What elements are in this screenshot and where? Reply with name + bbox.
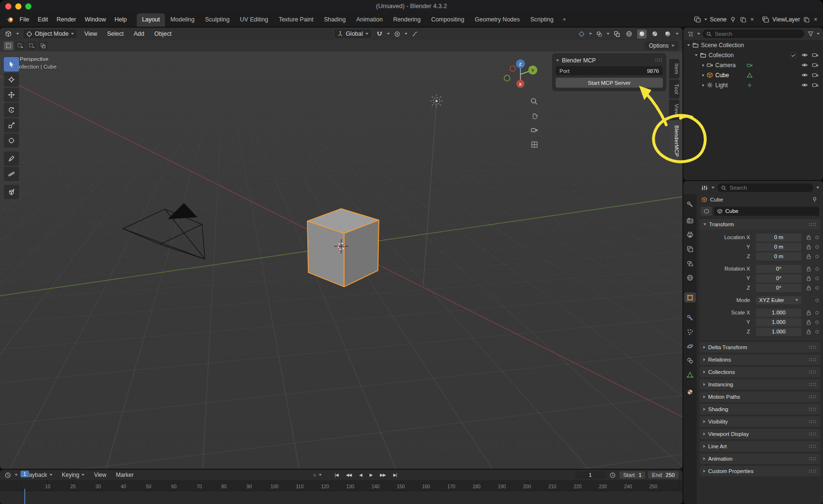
auto-key-chevron-icon[interactable] [319, 474, 322, 476]
workspace-tab-compositing[interactable]: Compositing [426, 13, 469, 27]
panel-grip-icon[interactable] [809, 433, 816, 436]
mesh-data-icon[interactable] [747, 72, 752, 78]
remove-viewlayer-button[interactable]: × [813, 16, 818, 23]
start-frame-field[interactable]: Start 1 [620, 471, 646, 479]
workspace-tab-animation[interactable]: Animation [351, 13, 388, 27]
annotate-tool[interactable] [4, 151, 19, 166]
animate-dot-icon[interactable] [815, 321, 819, 324]
disable-in-render-icon[interactable] [812, 82, 818, 88]
panel-grip-icon[interactable] [809, 408, 816, 411]
pan-view-icon[interactable] [528, 110, 540, 122]
cube-object[interactable] [307, 209, 379, 287]
panel-header[interactable]: Line Art [700, 441, 820, 452]
viewport-canvas[interactable]: User Perspective (1) Collection | Cube [0, 51, 682, 469]
panel-grip-icon[interactable] [809, 371, 816, 374]
scale-y-field[interactable]: 1.000 [756, 318, 802, 326]
browse-object-button[interactable] [701, 207, 712, 216]
properties-search[interactable] [717, 183, 813, 192]
workspace-tab-shading[interactable]: Shading [319, 13, 351, 27]
next-keyframe-button[interactable]: ▶▶ [377, 472, 388, 478]
properties-filter-chevron-icon[interactable] [816, 187, 819, 189]
start-mcp-server-button[interactable]: Start MCP Server [556, 78, 663, 88]
select-box-tool[interactable] [4, 57, 19, 71]
show-overlays-icon[interactable] [595, 30, 603, 38]
tab-material[interactable] [684, 387, 696, 397]
workspace-tab-uv-editing[interactable]: UV Editing [235, 13, 274, 27]
rotation-z-field[interactable]: 0° [756, 284, 802, 292]
camera-object[interactable] [123, 203, 205, 259]
location-x-field[interactable]: 0 m [756, 233, 802, 242]
properties-editor-type-icon[interactable] [701, 184, 709, 192]
workspace-tab-scripting[interactable]: Scripting [525, 13, 559, 27]
panel-grip-icon[interactable] [809, 395, 816, 399]
expand-icon[interactable] [695, 54, 698, 56]
panel-grip-icon[interactable] [809, 470, 816, 473]
editor-type-chevron-icon[interactable] [16, 33, 19, 35]
menu-render[interactable]: Render [52, 15, 81, 24]
workspace-tab-modeling[interactable]: Modeling [165, 13, 200, 27]
exclude-checkbox[interactable] [791, 52, 796, 58]
port-field[interactable]: Port 9876 [556, 66, 663, 75]
animate-dot-icon[interactable] [815, 311, 819, 314]
workspace-tab-rendering[interactable]: Rendering [388, 13, 426, 27]
lock-icon[interactable] [806, 329, 811, 334]
play-reverse-button[interactable]: ◀ [357, 472, 365, 478]
outliner-row-camera[interactable]: Camera [683, 60, 823, 70]
menu-file[interactable]: File [15, 15, 33, 24]
panel-grip-icon[interactable] [809, 445, 816, 448]
animate-dot-icon[interactable] [815, 236, 819, 239]
play-button[interactable]: ▶ [367, 472, 375, 478]
sidebar-tab-view[interactable]: View [669, 100, 680, 120]
scale-x-field[interactable]: 1.000 [756, 309, 802, 317]
panel-header[interactable]: Shading [700, 404, 820, 414]
lock-icon[interactable] [806, 320, 811, 325]
lock-icon[interactable] [806, 235, 811, 240]
panel-grip-icon[interactable] [809, 223, 816, 226]
menu-edit[interactable]: Edit [33, 15, 52, 24]
rotation-x-field[interactable]: 0° [756, 265, 802, 273]
workspace-tab-sculpting[interactable]: Sculpting [200, 13, 234, 27]
gizmo-chevron-icon[interactable] [589, 33, 592, 35]
hide-in-viewport-icon[interactable] [802, 62, 808, 68]
transform-tool[interactable] [4, 133, 19, 148]
tab-world[interactable] [684, 272, 696, 282]
tab-constraints[interactable] [684, 355, 696, 365]
menu-view[interactable]: View [81, 29, 101, 39]
menu-window[interactable]: Window [81, 15, 110, 24]
transform-panel-header[interactable]: Transform [700, 219, 820, 230]
lock-icon[interactable] [806, 266, 811, 272]
orientation-dropdown[interactable]: Global [334, 29, 372, 39]
select-mode-subtract-button[interactable] [27, 41, 36, 50]
prev-keyframe-button[interactable]: ◀◀ [344, 472, 354, 478]
disable-in-render-icon[interactable] [812, 62, 818, 68]
panel-header[interactable]: Collections [700, 367, 820, 377]
tab-particles[interactable] [684, 327, 696, 337]
jump-to-end-button[interactable]: ▶| [391, 472, 399, 478]
unlink-scene-button[interactable]: × [750, 16, 755, 23]
new-scene-icon[interactable] [739, 16, 747, 24]
add-cube-tool[interactable] [4, 185, 19, 199]
expand-icon[interactable] [687, 44, 690, 46]
shading-chevron-icon[interactable] [676, 33, 679, 35]
tab-physics[interactable] [684, 341, 696, 351]
outliner-search-input[interactable] [714, 30, 801, 37]
lock-icon[interactable] [806, 310, 811, 315]
light-data-icon[interactable] [747, 82, 752, 88]
tab-scene[interactable] [684, 258, 696, 268]
disable-in-render-icon[interactable] [812, 72, 818, 78]
menu-help[interactable]: Help [110, 15, 131, 24]
measure-tool[interactable] [4, 167, 19, 181]
rotation-mode-dropdown[interactable]: XYZ Euler [756, 296, 802, 304]
tab-output[interactable] [684, 230, 696, 240]
shading-solid-button[interactable] [637, 30, 647, 39]
blender-logo-icon[interactable] [5, 15, 15, 24]
properties-editor-chevron-icon[interactable] [711, 187, 714, 189]
panel-header[interactable]: Viewport Display [700, 429, 820, 439]
toggle-ortho-icon[interactable] [528, 138, 540, 151]
scene-name[interactable]: Scene [710, 16, 726, 23]
outliner-editor-type-icon[interactable] [687, 30, 695, 38]
cursor-tool[interactable] [4, 72, 19, 87]
scale-z-field[interactable]: 1.000 [756, 328, 802, 336]
timeline-channels[interactable] [0, 491, 682, 504]
scale-tool[interactable] [4, 118, 19, 132]
